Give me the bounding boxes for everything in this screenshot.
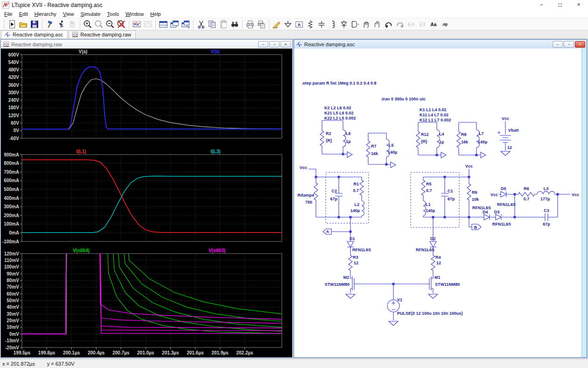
minimize-button[interactable]: − [532,0,551,10]
save-icon[interactable] [29,19,40,29]
net-label-icon[interactable] [294,19,305,29]
schematic-label: RFN1L6S [472,205,491,210]
spice-directive-icon[interactable] [439,19,450,29]
schematic-label: PULSE(0 12 100u 10n 10n 100us) [397,311,463,316]
menu-tools[interactable]: Tools [104,11,122,17]
svg-text:300mA: 300mA [4,204,19,209]
schematic-tab-icon [4,31,11,38]
status-x-coordinate: x = 201.872µs [2,361,35,367]
statusbar: x = 201.872µs y = 637.50V [0,359,588,368]
svg-text:-20mV: -20mV [5,345,19,350]
cut-icon[interactable] [196,19,207,29]
svg-text:90mV: 90mV [7,271,19,276]
menu-file[interactable]: File [1,11,16,17]
trace-label-vb[interactable]: V(b) [210,49,219,54]
copy-icon[interactable] [207,19,218,29]
schematic-canvas[interactable]: .step param R list 1Meg 0.1 0.2 0.4 0.8.… [294,49,587,357]
menu-window[interactable]: Window [122,11,147,17]
schematic-label: 1µ [439,140,444,144]
schematic-label: R5 [426,182,432,186]
schematic-window-titlebar[interactable]: Reactive damping.asc − ▫ × [294,40,587,49]
trace-label-vn004[interactable]: V(n004) [73,248,90,253]
waveform-window-titlebar[interactable]: Reactive damping.raw − ▫ × [1,40,292,49]
schematic-label: K12 L1 L7 0.002 [420,118,451,122]
schematic-label: 12 [507,145,512,150]
schematic-close-button[interactable]: × [575,41,585,48]
new-schematic-icon[interactable] [7,19,18,29]
waveform-close-button[interactable]: × [280,41,291,48]
schematic-minimize-button[interactable]: − [553,41,563,48]
svg-text:900mA: 900mA [4,152,19,157]
open-file-icon[interactable] [18,19,29,29]
move-icon[interactable] [361,19,372,29]
capacitor-icon[interactable] [316,19,327,29]
svg-text:110mV: 110mV [4,258,19,263]
find-icon[interactable] [229,19,240,29]
trace-label-il1[interactable]: I(L1) [76,149,86,154]
waveform-window: Reactive damping.raw − ▫ × 600V540V480V4… [0,39,293,358]
tab-reactive-damping-raw[interactable]: Reactive damping.raw [69,30,136,38]
run-icon[interactable] [56,19,67,29]
print-preview-icon[interactable] [256,19,267,29]
schematic-label: 67p [543,222,550,226]
trace-label-il3[interactable]: I(L3) [210,149,220,154]
schematic-label: 10k [472,197,479,202]
menu-view[interactable]: View [60,11,77,17]
schematic-label: STW11NM80 [435,282,460,287]
ground-icon[interactable] [282,19,294,29]
schematic-label: D4 [483,210,488,214]
trace-label-vn003[interactable]: V(n003) [209,248,225,253]
maximize-button[interactable]: □ [551,0,569,10]
text-icon[interactable] [428,19,439,29]
schematic-label: R7 [371,144,377,149]
svg-text:201.9µs: 201.9µs [211,350,229,355]
mdi-area: Reactive damping.raw − ▫ × 600V540V480V4… [0,39,588,359]
menu-help[interactable]: Help [147,11,164,17]
menu-hierarchy[interactable]: Hierarchy [31,11,60,17]
tile-vertical-icon[interactable] [169,19,180,29]
schematic-scrollbar[interactable] [581,49,587,357]
control-panel-icon[interactable] [44,19,56,29]
schematic-label: 0.7 [353,188,359,193]
svg-text:100mA: 100mA [4,221,19,226]
waveform-plot-area[interactable]: 600V540V480V420V360V300V240V180V120V60V0… [1,49,292,357]
trace-label-va[interactable]: V(a) [79,49,88,54]
drag-icon[interactable] [372,19,383,29]
zoom-out-icon[interactable] [105,19,116,29]
diode-icon[interactable] [338,19,350,29]
component-icon[interactable] [350,19,361,29]
tabbar: Reactive damping.ascReactive damping.raw [0,30,588,39]
toolbar-grip [4,20,5,29]
schematic-label: Vcc [572,192,579,197]
schematic-maximize-button[interactable]: ▫ [564,41,574,48]
close-button[interactable]: × [569,0,588,10]
main-titlebar: LTspice XVII - Reactive damping.asc − □ … [0,0,588,10]
zoom-in-icon[interactable] [82,19,93,29]
window-title: LTspice XVII - Reactive damping.asc [12,2,103,8]
zoom-full-extents-icon[interactable] [116,19,127,29]
waveform-minimize-button[interactable]: − [258,41,268,48]
waveform-maximize-button[interactable]: ▫ [269,41,280,48]
svg-text:-60V: -60V [9,136,19,141]
svg-text:-100mA: -100mA [2,239,19,244]
svg-text:201.0µs: 201.0µs [137,350,154,355]
undo-icon[interactable] [383,19,394,29]
svg-text:200mA: 200mA [4,213,19,218]
toolbar-separator [42,20,42,29]
tile-horizontal-icon[interactable] [158,19,169,29]
schematic-label: 12 [354,261,358,265]
menu-simulate[interactable]: Simulate [77,11,104,17]
cascade-windows-icon[interactable] [180,19,191,29]
resistor-icon[interactable] [305,19,316,29]
tab-label: Reactive damping.asc [13,32,63,37]
toolbar-separator [193,20,194,29]
menu-edit[interactable]: Edit [16,11,31,17]
redo-icon [394,19,406,29]
svg-text:120V: 120V [8,113,20,118]
draw-wire-icon[interactable] [271,19,282,29]
tab-reactive-damping-asc[interactable]: Reactive damping.asc [1,30,68,38]
autorange-waveform-icon[interactable] [131,19,142,29]
schematic-label: 0.7 [524,197,530,201]
inductor-icon[interactable] [327,19,338,29]
print-icon[interactable] [245,19,256,29]
